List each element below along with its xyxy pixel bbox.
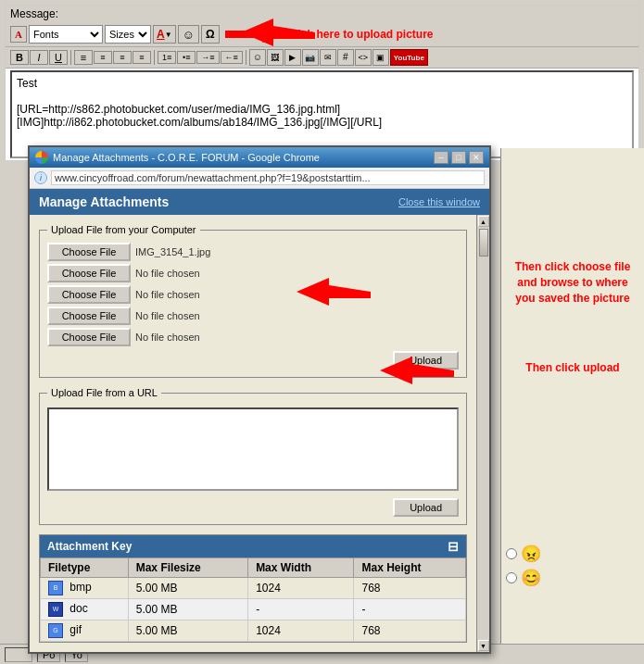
modal-header-bar: Manage Attachments Close this window [30,189,489,215]
upload-button-1[interactable]: Upload [393,351,459,370]
emoji-radio-2[interactable] [506,572,517,583]
file-row-2: Choose File No file chosen [47,264,459,282]
editor-line3: [URL=http://s862.photobucket.com/user/me… [17,103,627,116]
align-right-button[interactable]: ≡ [113,51,132,64]
smile-emoji: 😊 [521,568,541,588]
image-toolbar-icon[interactable]: 🖼 [267,49,284,66]
code-toolbar-icon[interactable]: <> [355,49,372,66]
scroll-thumb[interactable] [479,229,488,257]
file-name-3: No file chosen [135,289,200,300]
underline-button[interactable]: U [49,50,68,65]
choose-file-button-1[interactable]: Choose File [47,243,131,261]
choose-file-button-5[interactable]: Choose File [47,328,131,346]
attachment-key-header: Attachment Key ⊟ [40,535,466,558]
editor-line1: Test [17,77,627,90]
choose-file-annotation: Then click choose file and browse to whe… [506,259,639,306]
modal-titlebar: Manage Attachments - C.O.R.E. FORUM - Go… [30,147,489,168]
align-left-button[interactable]: ≡ [74,50,93,65]
address-text: www.cincyoffroad.com/forum/newattachment… [51,170,485,185]
toolbar-row1: A Fonts Sizes A ▼ ☺ Ω [6,22,638,47]
outdent-button[interactable]: ←≡ [221,51,243,64]
table-row: W doc 5.00 MB - - [41,599,466,620]
modal-titlebar-left: Manage Attachments - C.O.R.E. FORUM - Go… [35,151,320,164]
align-justify-button[interactable]: ≡ [133,51,151,64]
file-name-5: No file chosen [135,332,200,343]
italic-button[interactable]: I [30,50,48,65]
file-name-2: No file chosen [135,268,200,279]
file-name-4: No file chosen [135,310,200,321]
fonts-select[interactable]: Fonts [29,25,103,44]
modal-scrollbar[interactable]: ▲ ▼ [476,215,489,652]
table-row: B bmp 5.00 MB 1024 768 [41,578,466,599]
font-style-icon: A [10,26,27,43]
emoji-section: 😠 😊 [506,544,541,588]
attachment-key-section: Attachment Key ⊟ Filetype Max Filesize M… [39,534,467,643]
url-textarea[interactable] [47,407,459,491]
upload-button-2[interactable]: Upload [393,498,459,517]
angry-emoji: 😠 [521,544,541,564]
editor-line4: [IMG]http://i862.photobucket.com/albums/… [17,116,627,129]
ordered-list-button[interactable]: 1≡ [158,51,176,64]
modal-close-button[interactable]: ✕ [469,151,484,164]
col-filetype: Filetype [41,558,129,578]
col-max-width: Max Width [248,558,354,578]
upload-computer-section: Upload File from your Computer Choose Fi… [39,224,467,378]
click-upload-annotation: Then click upload [506,361,639,374]
file-row-3: Choose File No file chosen [47,285,459,304]
align-center-button[interactable]: ≡ [94,51,112,64]
choose-file-button-3[interactable]: Choose File [47,285,131,304]
emoji-row-1: 😠 [506,544,541,564]
indent-button[interactable]: →≡ [196,51,219,64]
sizes-select[interactable]: Sizes [105,25,151,44]
smiley-button[interactable]: ☺ [178,25,199,44]
choose-file-button-2[interactable]: Choose File [47,264,131,282]
chrome-icon [35,151,48,164]
upload-url-legend: Upload File from a URL [47,387,161,398]
video-toolbar-icon[interactable]: ▶ [284,49,301,66]
attachment-key-collapse-icon[interactable]: ⊟ [448,539,459,554]
insert-image-toolbar-icon[interactable]: 📷 [302,49,319,66]
modal-header-title: Manage Attachments [39,194,169,209]
secure-icon: i [34,171,47,184]
editor-line2 [17,90,627,103]
scroll-up-button[interactable]: ▲ [478,216,489,227]
hashtag-toolbar-icon[interactable]: # [337,49,354,66]
file-row-5: Choose File No file chosen [47,328,459,346]
close-window-link[interactable]: Close this window [398,196,480,207]
choose-file-button-4[interactable]: Choose File [47,307,131,325]
email-toolbar-icon[interactable]: ✉ [320,49,336,66]
unordered-list-button[interactable]: •≡ [177,51,196,64]
manage-attachments-modal: Manage Attachments - C.O.R.E. FORUM - Go… [28,145,491,654]
gif-icon: G [48,623,63,638]
message-label: Message: [6,6,638,22]
col-max-filesize: Max Filesize [128,558,247,578]
attachment-table: Filetype Max Filesize Max Width Max Heig… [40,558,466,642]
scroll-down-button[interactable]: ▼ [478,640,489,651]
emoticon-toolbar-icon[interactable]: ☺ [249,49,266,66]
file-row-1: Choose File IMG_3154_1.jpg [47,243,459,261]
emoji-row-2: 😊 [506,568,541,588]
upload-computer-legend: Upload File from your Computer [47,224,200,235]
table-row: G gif 5.00 MB 1024 768 [41,620,466,642]
file-name-1: IMG_3154_1.jpg [135,246,210,257]
media-toolbar-icon[interactable]: ▣ [373,49,389,66]
upload-btn-row-1: Upload [47,351,459,370]
right-panel: Then click choose file and browse to whe… [500,148,644,644]
upload-arrow-icon [225,24,281,44]
svg-marker-0 [225,26,281,43]
bmp-icon: B [48,581,63,595]
upload-pic-annotation: Click here to upload picture [287,28,434,41]
col-max-height: Max Height [354,558,466,578]
youtube-toolbar-icon[interactable]: YouTube [390,49,428,66]
emoji-radio-1[interactable] [506,548,517,559]
upload-url-section: Upload File from a URL Upload [39,387,467,525]
modal-minimize-button[interactable]: ─ [434,151,448,164]
doc-icon: W [48,602,63,617]
file-row-4: Choose File No file chosen [47,307,459,325]
modal-body: Upload File from your Computer Choose Fi… [30,215,476,652]
upload-btn-row-2: Upload [47,498,459,517]
special-chars-button[interactable]: Ω [201,25,220,44]
modal-restore-button[interactable]: □ [451,151,466,164]
color-button[interactable]: A ▼ [153,25,176,44]
bold-button[interactable]: B [10,50,29,65]
